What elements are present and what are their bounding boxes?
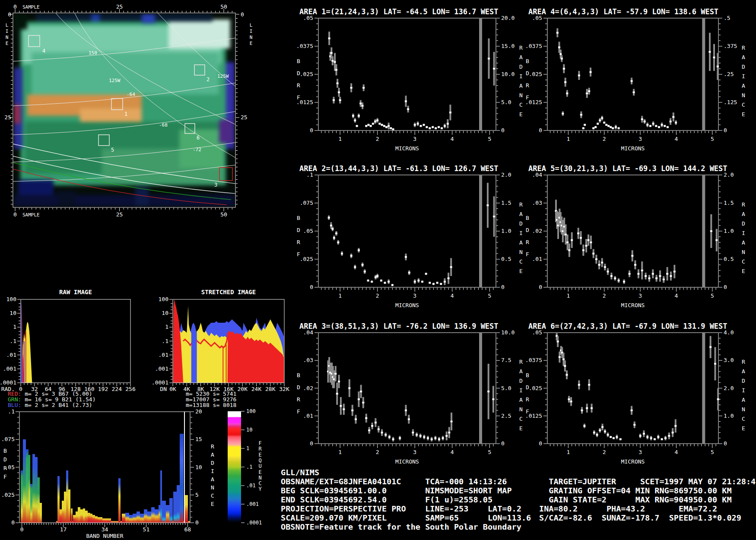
svg-text:.03: .03 xyxy=(532,200,542,206)
svg-text:2.0: 2.0 xyxy=(501,172,511,178)
svg-text:10: 10 xyxy=(195,464,202,470)
svg-text:N: N xyxy=(211,484,214,491)
svg-text:.0375: .0375 xyxy=(296,43,313,49)
svg-text:E: E xyxy=(742,268,745,274)
spectrogram-column xyxy=(137,511,140,523)
svg-text:5: 5 xyxy=(488,136,491,142)
svg-text:1.5: 1.5 xyxy=(501,200,511,206)
svg-text:0: 0 xyxy=(501,127,505,133)
svg-text:5: 5 xyxy=(711,136,714,142)
svg-text:MICRONS: MICRONS xyxy=(395,458,419,465)
svg-text:A: A xyxy=(211,451,214,458)
svg-text:D: D xyxy=(519,220,523,227)
svg-text:.03: .03 xyxy=(303,357,313,363)
svg-text:3: 3 xyxy=(638,292,642,299)
svg-text:E: E xyxy=(742,111,745,118)
spectrogram-column xyxy=(144,509,147,523)
svg-text:1: 1 xyxy=(566,449,570,455)
svg-text:N: N xyxy=(742,92,745,98)
svg-text:B: B xyxy=(526,372,529,378)
svg-text:100: 100 xyxy=(246,408,256,414)
svg-text:0K: 0K xyxy=(169,386,176,392)
svg-text:R: R xyxy=(519,44,523,51)
svg-text:D: D xyxy=(742,378,745,384)
svg-text:R: R xyxy=(526,82,529,89)
svg-text:E: E xyxy=(6,41,9,46)
svg-text:1: 1 xyxy=(566,292,570,299)
spectrogram-column xyxy=(173,492,177,523)
svg-text:D: D xyxy=(297,384,300,391)
svg-text:A: A xyxy=(519,239,523,246)
svg-text:A: A xyxy=(519,397,523,403)
svg-text:12K: 12K xyxy=(210,386,220,392)
svg-text:A: A xyxy=(211,476,214,483)
svg-text:B: B xyxy=(3,448,7,454)
svg-text:R: R xyxy=(742,44,745,51)
svg-text:I: I xyxy=(742,387,745,394)
svg-text:C: C xyxy=(519,102,523,108)
svg-text:4K: 4K xyxy=(183,386,190,392)
spectrogram-column xyxy=(169,498,173,523)
svg-text:4: 4 xyxy=(675,292,678,299)
frequency-colorbar xyxy=(228,411,241,523)
svg-text:B: B xyxy=(526,58,529,64)
svg-text:.05: .05 xyxy=(5,464,15,470)
svg-text:0: 0 xyxy=(310,127,313,133)
svg-text:32K: 32K xyxy=(279,386,289,392)
area-plot-title: AREA 6=(27,42,3,3) LAT= -67.9 LON= 131.9… xyxy=(528,322,727,330)
svg-text:2: 2 xyxy=(376,292,379,299)
svg-text:0: 0 xyxy=(539,440,542,447)
svg-text:.05: .05 xyxy=(303,15,313,21)
svg-text:C: C xyxy=(742,258,745,265)
svg-text:.5: .5 xyxy=(724,15,731,21)
svg-text:5: 5 xyxy=(488,292,491,299)
svg-text:.05: .05 xyxy=(532,15,542,21)
image-color-blobs xyxy=(14,14,235,206)
spectrogram-column xyxy=(71,508,73,523)
svg-text:2: 2 xyxy=(376,449,379,455)
svg-text:F: F xyxy=(526,408,529,415)
svg-text:10.0: 10.0 xyxy=(501,71,515,77)
svg-text:F: F xyxy=(3,473,7,480)
svg-text:.01: .01 xyxy=(246,483,256,489)
svg-text:28K: 28K xyxy=(265,386,276,392)
svg-text:.01: .01 xyxy=(303,413,313,419)
svg-text:I: I xyxy=(519,387,523,394)
svg-text:U: U xyxy=(258,463,261,469)
svg-text:D: D xyxy=(519,378,523,384)
svg-text:E: E xyxy=(742,425,745,432)
svg-text:1: 1 xyxy=(338,136,342,142)
svg-text:I: I xyxy=(519,73,523,79)
svg-text:160: 160 xyxy=(84,386,94,392)
area-plot-2: AREA 4=(6,4,3,3) LAT= -57.9 LON= 138.6 W… xyxy=(525,7,745,152)
svg-text:.01: .01 xyxy=(532,256,542,262)
area-plot-3: AREA 2=(13,44,3,3) LAT= -61.3 LON= 126.7… xyxy=(297,164,523,308)
svg-text:R: R xyxy=(258,446,262,452)
svg-text:C: C xyxy=(519,416,523,422)
svg-text:C: C xyxy=(211,492,214,499)
svg-text:51: 51 xyxy=(143,526,150,533)
svg-text:20K: 20K xyxy=(238,386,248,392)
svg-text:1: 1 xyxy=(13,324,16,330)
svg-text:16K: 16K xyxy=(223,386,234,392)
svg-text:.04: .04 xyxy=(532,172,543,178)
stretch-stats: m=13188 s= 8018 xyxy=(186,402,236,408)
svg-text:25: 25 xyxy=(241,114,248,121)
area-plot-title: AREA 1=(21,24,3,3) LAT= -64.5 LON= 136.7… xyxy=(299,7,499,16)
svg-text:0: 0 xyxy=(539,127,542,133)
spectrogram-column xyxy=(180,434,184,523)
svg-text:2: 2 xyxy=(603,449,606,455)
svg-text:.001: .001 xyxy=(246,501,259,507)
svg-text:.001: .001 xyxy=(155,365,168,372)
stretch-stats: m=17007 s= 9276 xyxy=(186,396,236,403)
svg-text:1.0: 1.0 xyxy=(501,228,511,234)
svg-text:.0375: .0375 xyxy=(525,357,542,363)
svg-text:A: A xyxy=(742,83,745,89)
svg-text:.05: .05 xyxy=(303,228,313,234)
svg-text:E: E xyxy=(519,111,523,118)
svg-text:.025: .025 xyxy=(529,385,542,391)
svg-text:R: R xyxy=(297,239,300,245)
svg-text:C: C xyxy=(742,102,745,108)
svg-text:E: E xyxy=(250,41,253,46)
spectrogram-column xyxy=(140,514,143,523)
